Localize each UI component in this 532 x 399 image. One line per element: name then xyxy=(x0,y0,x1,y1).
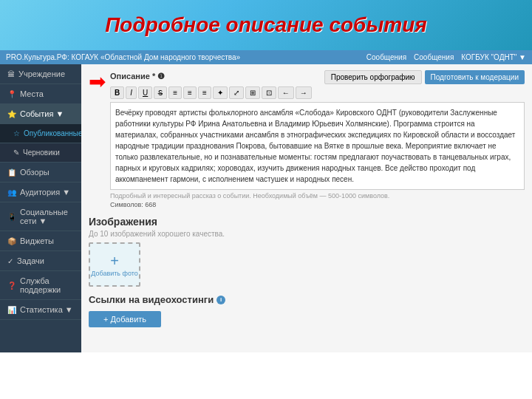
chernoviki-icon: ✎ xyxy=(13,149,19,157)
support-icon: ❓ xyxy=(7,282,16,290)
undo-button[interactable]: ← xyxy=(278,86,294,99)
sidebar-label-obzory: Обзоры xyxy=(20,168,50,177)
sidebar-item-mesta[interactable]: 📍 Места xyxy=(0,84,81,104)
sidebar-item-uchrezhdenie[interactable]: 🏛 Учреждение xyxy=(0,64,81,84)
sidebar-item-sobytiya[interactable]: ⭐ События ▼ xyxy=(0,104,81,124)
auditoriya-icon: 👥 xyxy=(7,188,16,197)
vidzhety-icon: 📦 xyxy=(7,237,16,245)
align-left-button[interactable]: ≡ xyxy=(168,86,182,99)
bold-button[interactable]: B xyxy=(110,86,124,99)
sidebar-item-zadachi[interactable]: ✓ Задачи xyxy=(0,251,81,271)
sidebar-item-auditoriya[interactable]: 👥 Аудитория ▼ xyxy=(0,183,81,202)
underline-button[interactable]: U xyxy=(138,86,152,99)
char-count: Символов: 668 xyxy=(110,201,525,208)
pro-bar-right: Сообщения Сообщения КОГБУК "ОДНТ" ▼ xyxy=(366,53,526,61)
special-button[interactable]: ✦ xyxy=(213,86,228,99)
sidebar-label-mesta: Места xyxy=(20,89,44,98)
messages-label[interactable]: Сообщения xyxy=(414,53,454,61)
sidebar-label-zadachi: Задачи xyxy=(17,256,44,265)
sidebar-item-socseti[interactable]: 📱 Социальные сети ▼ xyxy=(0,202,81,231)
top-banner: Подробное описание события xyxy=(0,0,532,50)
opublikovannye-icon: ☆ xyxy=(13,129,20,137)
images-section-title: Изображения xyxy=(89,216,525,228)
sidebar-label-vidzhety: Виджеты xyxy=(20,236,54,245)
opisanie-header: ➡ Описание * ❶ Проверить орфографию Подг… xyxy=(89,70,525,208)
video-section: Ссылки на видеохостинги i + Добавить xyxy=(89,294,525,327)
table-button[interactable]: ⊞ xyxy=(245,86,260,99)
mod-button[interactable]: Подготовить к модерации xyxy=(425,70,525,84)
add-photo-label: Добавить фото xyxy=(91,270,138,277)
breadcrumb-area: PRO.Культура.РФ: КОГАУК «Областной Дом н… xyxy=(6,53,240,61)
sidebar-label-socseti: Социальные сети ▼ xyxy=(20,208,74,225)
strikethrough-button[interactable]: S̶ xyxy=(154,86,167,99)
add-photo-button[interactable]: + Добавить фото xyxy=(89,242,140,287)
main-content: ➡ Описание * ❶ Проверить орфографию Подг… xyxy=(81,64,532,352)
sidebar-item-obzory[interactable]: 📋 Обзоры xyxy=(0,163,81,183)
sobytiya-icon: ⭐ xyxy=(7,110,16,118)
sidebar-label-statistika: Статистика ▼ xyxy=(20,305,73,314)
expand-button[interactable]: ⤢ xyxy=(229,86,244,99)
video-title-text: Ссылки на видеохостинги xyxy=(89,294,214,305)
images-hint: До 10 изображений хорошего качества. xyxy=(89,230,525,238)
description-text-area[interactable]: Вечёрку проводят артисты фольклорного ан… xyxy=(110,102,525,190)
sidebar-item-support[interactable]: ❓ Служба поддержки xyxy=(0,271,81,300)
sidebar-item-vidzhety[interactable]: 📦 Виджеты xyxy=(0,231,81,251)
redo-button[interactable]: → xyxy=(296,86,312,99)
plus-icon: + xyxy=(110,253,119,270)
org-label[interactable]: КОГБУК "ОДНТ" ▼ xyxy=(461,53,526,61)
sidebar-label-chernoviki: Черновики xyxy=(23,149,60,157)
mesta-icon: 📍 xyxy=(7,90,16,98)
sidebar-label-uchrezhdenie: Учреждение xyxy=(18,69,65,78)
breadcrumb-text: PRO.Культура.РФ: КОГАУК «Областной Дом н… xyxy=(6,53,240,61)
sidebar-label-support: Служба поддержки xyxy=(20,276,74,294)
obzory-icon: 📋 xyxy=(7,168,16,177)
statistika-icon: 📊 xyxy=(7,306,16,314)
char-hint: Подробный и интересный рассказ о событии… xyxy=(110,192,525,200)
sidebar-label-opublikovannye: Опубликованные xyxy=(24,129,81,137)
sidebar-label-auditoriya: Аудитория ▼ xyxy=(20,188,70,197)
toolbar-right-buttons: Проверить орфографию Подготовить к модер… xyxy=(324,70,525,84)
sidebar-item-opublikovannye[interactable]: ☆ Опубликованные xyxy=(0,124,81,143)
sidebar: 🏛 Учреждение 📍 Места ⭐ События ▼ ☆ Опубл… xyxy=(0,64,81,352)
banner-title: Подробное описание события xyxy=(18,13,514,37)
zadachi-icon: ✓ xyxy=(7,257,13,265)
sidebar-item-chernoviki[interactable]: ✎ Черновики xyxy=(0,143,81,163)
add-video-button[interactable]: + Добавить xyxy=(89,311,161,327)
messages-link[interactable]: Сообщения xyxy=(366,53,406,61)
opisanie-section: Описание * ❶ Проверить орфографию Подгот… xyxy=(110,70,525,208)
check-spell-button[interactable]: Проверить орфографию xyxy=(324,70,422,84)
uchrezhdenie-icon: 🏛 xyxy=(7,70,15,78)
info-icon: i xyxy=(216,296,225,304)
sidebar-label-sobytiya: События ▼ xyxy=(20,109,64,118)
align-right-button[interactable]: ≡ xyxy=(198,86,211,99)
socseti-icon: 📱 xyxy=(7,213,16,221)
opisanie-label: Описание * ❶ xyxy=(110,72,165,81)
description-text: Вечёрку проводят артисты фольклорного ан… xyxy=(115,109,515,183)
sidebar-item-statistika[interactable]: 📊 Статистика ▼ xyxy=(0,300,81,320)
video-title: Ссылки на видеохостинги i xyxy=(89,294,525,305)
formatting-toolbar: B I U S̶ ≡ ≡ ≡ ✦ ⤢ ⊞ ⊡ ← → xyxy=(110,86,525,99)
grid-button[interactable]: ⊡ xyxy=(262,86,276,99)
italic-button[interactable]: I xyxy=(126,86,137,99)
pro-bar: PRO.Культура.РФ: КОГАУК «Областной Дом н… xyxy=(0,50,532,64)
main-layout: 🏛 Учреждение 📍 Места ⭐ События ▼ ☆ Опубл… xyxy=(0,64,532,352)
red-arrow-icon: ➡ xyxy=(89,72,106,92)
align-center-button[interactable]: ≡ xyxy=(183,86,197,99)
